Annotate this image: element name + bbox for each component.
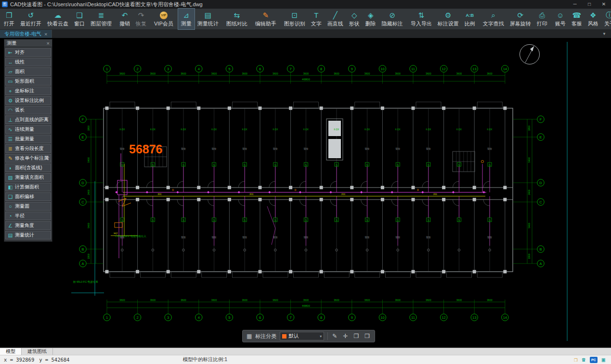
svg-text:6: 6 <box>259 315 261 320</box>
svg-text:B: B <box>81 247 84 251</box>
palette-item-label: 半径 <box>15 213 25 219</box>
palette-item-modify-attr[interactable]: ✎修改单个标注属性 <box>5 154 51 163</box>
palette-item-fill-area[interactable]: ▨测量填充面积 <box>5 173 51 182</box>
edit-assistant-button[interactable]: ✎编辑助手 <box>252 9 279 29</box>
segment-length-icon: ≣ <box>7 145 13 152</box>
palette-item-rect-area[interactable]: ▭矩形面积 <box>5 77 51 86</box>
palette-item-continuous[interactable]: ∿连续测量 <box>5 125 51 134</box>
undo-icon: ↶ <box>122 11 128 20</box>
import-export-button[interactable]: ⇅导入导出 <box>408 9 435 29</box>
svg-text:2400: 2400 <box>87 189 90 195</box>
palette-item-point-to-line[interactable]: ⊥点到直线的距离 <box>5 115 51 124</box>
palette-item-coordinate[interactable]: ⌖坐标标注 <box>5 87 51 95</box>
palette-item-label: 测量填充面积 <box>15 174 44 181</box>
text-find-button[interactable]: ⌕文字查找 <box>480 9 507 29</box>
screen-rotate-button[interactable]: ⟳屏幕旋转 <box>507 9 534 29</box>
service-chat-icon[interactable]: ☎ <box>582 356 585 363</box>
edit-annotation-icon[interactable]: ✎ <box>331 333 338 339</box>
annotation-settings-button[interactable]: ⚙标注设置 <box>435 9 462 29</box>
palette-item-arc-length[interactable]: ◠弧长 <box>5 106 51 114</box>
coordinate-y: y = 542684 <box>39 357 69 363</box>
palette-item-linear[interactable]: ↔线性 <box>5 58 51 66</box>
vip-member-button[interactable]: VIPVIP会员 <box>151 9 176 29</box>
palette-item-align[interactable]: ⇤对齐 <box>5 48 51 57</box>
toolbar-button-label: 图纸对比 <box>226 20 247 27</box>
palette-close-icon[interactable]: × <box>47 40 50 46</box>
style-button[interactable]: ❖风格 <box>585 9 601 29</box>
tab-close-icon[interactable]: × <box>44 31 47 37</box>
scale-button[interactable]: A:B比例 <box>462 9 478 29</box>
image-icon[interactable]: ▣ <box>602 356 605 363</box>
palette-item-side-area[interactable]: ◧计算侧面积 <box>5 183 51 191</box>
palette-item-circle[interactable]: ○测量圆 <box>5 202 51 211</box>
paste-icon[interactable]: ❒ <box>364 333 371 339</box>
layer-manager-button[interactable]: ≣图层管理 <box>88 9 115 29</box>
drawing-compare-button[interactable]: ⇆图纸对比 <box>223 9 250 29</box>
palette-item-segment-length[interactable]: ≣查看分段长度 <box>5 144 51 153</box>
measure-palette-header[interactable]: 测量 × <box>4 39 52 47</box>
svg-text:K-DX: K-DX <box>150 128 156 131</box>
text-button[interactable]: T文字 <box>308 9 325 29</box>
move-icon[interactable]: ✛ <box>342 333 349 339</box>
palette-item-area-offset[interactable]: ❏面积偏移 <box>5 192 51 201</box>
measure-stats-button[interactable]: ▤测量统计 <box>195 9 221 29</box>
document-tab-label: 专用宿舍楼-电气 <box>4 31 41 38</box>
recent-open-button[interactable]: ↺最近打开 <box>17 9 44 29</box>
toolbar-button-label: 打印 <box>537 20 547 27</box>
classification-dropdown[interactable]: 默认 ▾ <box>280 332 324 340</box>
sheet-tab-inactive[interactable]: 建筑图纸 <box>22 348 53 355</box>
svg-text:宿舍: 宿舍 <box>120 147 125 150</box>
palette-item-stats[interactable]: ▤测量统计 <box>5 231 51 239</box>
palette-item-area-arc[interactable]: ◗面积(含弧线) <box>5 163 51 172</box>
svg-text:S: S <box>397 219 399 222</box>
area-icon: ▱ <box>7 68 13 75</box>
svg-text:S: S <box>274 163 276 166</box>
open-icon: ❒ <box>6 11 12 20</box>
service-button[interactable]: ☎客服 <box>569 9 585 29</box>
svg-text:3: 3 <box>167 67 169 71</box>
palette-item-area[interactable]: ▱面积 <box>5 67 51 76</box>
pc-badge[interactable]: PC <box>590 357 598 363</box>
tab-list-dropdown-icon[interactable]: ▼ <box>598 30 611 38</box>
circle-icon: ○ <box>7 202 13 210</box>
toolbar-group: ⊿测量▤测量统计 <box>178 9 221 29</box>
copy-icon[interactable]: ❐ <box>352 333 360 339</box>
palette-item-angle[interactable]: ∠测量角度 <box>5 221 51 230</box>
edit-assistant-icon: ✎ <box>262 11 269 20</box>
close-button[interactable]: ✕ <box>597 0 611 9</box>
measure-button[interactable]: ⊿测量 <box>178 9 195 29</box>
palette-item-set-scale[interactable]: ⚙设置标注比例 <box>5 96 51 105</box>
shapes-button[interactable]: ◇形状 <box>346 9 363 29</box>
draw-line-button[interactable]: ╱画直线 <box>325 9 346 29</box>
svg-text:宿舍: 宿舍 <box>303 147 308 150</box>
print-button[interactable]: ⎙打印 <box>534 9 550 29</box>
open-button[interactable]: ❒打开 <box>1 9 17 29</box>
svg-text:3600: 3600 <box>303 299 309 301</box>
redo-button[interactable]: ↷恢复 <box>133 9 149 29</box>
svg-text:3600: 3600 <box>150 299 156 301</box>
minimize-button[interactable]: ─ <box>568 0 582 9</box>
undo-button[interactable]: ↶撤销 <box>117 9 133 29</box>
svg-text:3600: 3600 <box>334 299 339 301</box>
cloud-disk-button[interactable]: ☁快看云盘 <box>44 9 71 29</box>
draw-line-icon: ╱ <box>333 11 338 20</box>
palette-item-radius[interactable]: ◔半径 <box>5 212 51 220</box>
shape-recognition-button[interactable]: ⊡图形识别 <box>281 9 308 29</box>
toolbar-button-label: 快看云盘 <box>47 20 68 27</box>
cad-canvas[interactable]: SSK-DX宿舍宿舍SSK-DXFHSSK-DXD宿舍宿舍SSK-DX宿舍宿舍S… <box>0 38 611 348</box>
account-button[interactable]: ☺账号 <box>552 9 569 29</box>
delete-button[interactable]: ◈删除 <box>363 9 379 29</box>
palette-item-batch[interactable]: ☰批量测量 <box>5 135 51 143</box>
window-button[interactable]: ❏窗口 <box>71 9 88 29</box>
svg-text:3600: 3600 <box>364 72 370 75</box>
document-tab[interactable]: 专用宿舍楼-电气 × <box>0 30 52 38</box>
sheet-tab-active[interactable]: 模型 <box>0 348 22 355</box>
hide-annotation-icon: ⊘ <box>389 11 395 20</box>
folder-icon[interactable]: ❒ <box>574 356 577 363</box>
svg-text:1800: 1800 <box>528 253 531 259</box>
about-button[interactable]: ⓘ关于 <box>601 9 611 29</box>
palette-item-label: 测量统计 <box>15 232 34 238</box>
maximize-button[interactable]: □ <box>582 0 597 9</box>
hide-annotation-button[interactable]: ⊘隐藏标注 <box>379 9 406 29</box>
toolbar-button-label: 客服 <box>572 20 582 27</box>
